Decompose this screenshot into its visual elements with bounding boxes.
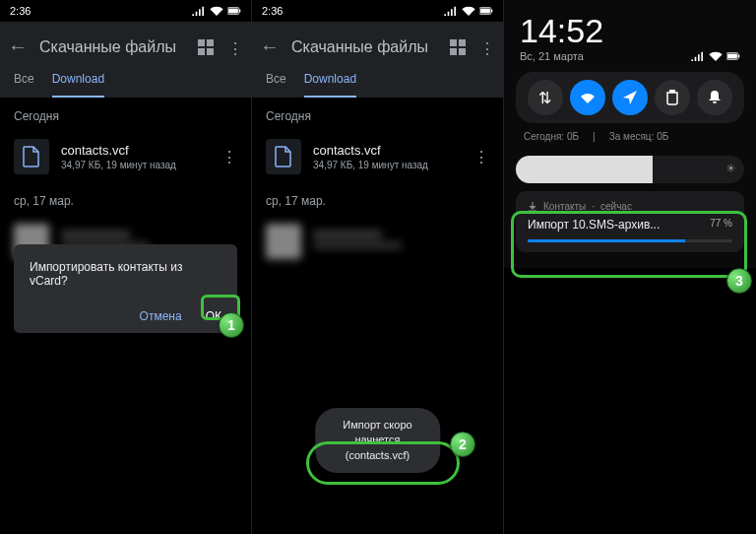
appbar-title: Скачанные файлы	[39, 38, 186, 56]
file-name: contacts.vcf	[313, 143, 462, 158]
tab-download[interactable]: Download	[304, 72, 356, 98]
svg-rect-6	[207, 48, 214, 55]
svg-rect-8	[480, 9, 490, 14]
wifi-icon	[210, 6, 223, 16]
badge-3: 3	[726, 268, 752, 294]
shade-date: Вс, 21 марта	[520, 50, 584, 62]
svg-rect-12	[450, 48, 457, 55]
file-row[interactable]: contacts.vcf 34,97 КБ, 19 минут назад ⋮	[0, 131, 251, 182]
wifi-icon	[462, 6, 475, 16]
section-today: Сегодня	[0, 98, 251, 131]
usage-today: Сегодня: 0Б	[524, 131, 579, 142]
qs-location-icon[interactable]	[612, 80, 648, 115]
wifi-icon	[709, 51, 723, 61]
import-dialog: Импортировать контакты из vCard? Отмена …	[14, 244, 237, 333]
dialog-title: Импортировать контакты из vCard?	[30, 260, 221, 288]
file-meta: 34,97 КБ, 19 минут назад	[61, 160, 210, 170]
more-icon[interactable]: ⋮	[479, 39, 495, 55]
more-icon[interactable]: ⋮	[227, 39, 243, 55]
brightness-slider[interactable]: ☀	[516, 156, 744, 183]
signal-icon	[444, 6, 458, 16]
section-older: ср, 17 мар.	[0, 182, 251, 216]
notif-app: Контакты	[543, 201, 586, 212]
file-row[interactable]: contacts.vcf 34,97 КБ, 19 минут назад ⋮	[252, 131, 503, 182]
file-icon	[266, 139, 301, 174]
svg-rect-4	[207, 39, 214, 46]
sun-icon: ☀	[725, 162, 736, 175]
qs-bell-icon[interactable]	[697, 80, 732, 115]
svg-rect-9	[491, 10, 492, 13]
notification-shade: 14:52 Вс, 21 марта ⇅ Сегодня: 0Б | За ме…	[504, 0, 756, 268]
status-bar: 2:36	[0, 0, 251, 22]
file-menu-icon[interactable]: ⋮	[473, 148, 489, 167]
battery-icon	[479, 6, 493, 16]
tab-all[interactable]: Все	[14, 72, 34, 98]
file-row-blurred	[252, 216, 503, 267]
qs-power-icon[interactable]	[655, 80, 690, 115]
toast-line2: (contacts.vcf)	[337, 448, 419, 463]
svg-rect-11	[459, 39, 466, 46]
quick-settings: ⇅	[516, 72, 744, 123]
grid-view-icon[interactable]	[198, 39, 214, 55]
signal-icon	[691, 51, 705, 61]
file-icon	[14, 139, 49, 174]
appbar-title: Скачанные файлы	[291, 38, 438, 56]
file-menu-icon[interactable]: ⋮	[221, 148, 237, 167]
qs-data-icon[interactable]: ⇅	[528, 80, 563, 115]
cancel-button[interactable]: Отмена	[140, 309, 182, 323]
notif-when: сейчас	[600, 201, 632, 212]
file-name: contacts.vcf	[61, 143, 210, 158]
signal-icon	[192, 6, 206, 16]
svg-rect-2	[239, 10, 240, 13]
svg-rect-10	[450, 39, 457, 46]
svg-rect-16	[738, 55, 739, 58]
download-icon	[528, 202, 537, 212]
section-older: ср, 17 мар.	[252, 182, 503, 216]
notif-percent: 77 %	[710, 218, 732, 229]
svg-rect-15	[727, 54, 737, 59]
svg-rect-5	[198, 48, 205, 55]
tab-download[interactable]: Download	[52, 72, 104, 98]
toast: Импорт скоро начнется (contacts.vcf)	[315, 408, 441, 473]
app-bar: ← Скачанные файлы ⋮ Все Download	[252, 22, 503, 98]
status-time: 2:36	[10, 5, 31, 17]
svg-rect-3	[198, 39, 205, 46]
usage-month: За месяц: 0Б	[609, 131, 669, 142]
qs-wifi-icon[interactable]	[570, 80, 605, 115]
back-icon[interactable]: ←	[260, 35, 280, 58]
shade-clock: 14:52	[512, 8, 748, 50]
import-notification[interactable]: Контакты · сейчас 77 % Импорт 10.SMS-арх…	[516, 191, 744, 252]
toast-line1: Импорт скоро начнется	[337, 418, 419, 448]
app-bar: ← Скачанные файлы ⋮ Все Download	[0, 22, 251, 98]
battery-icon	[227, 6, 241, 16]
file-meta: 34,97 КБ, 19 минут назад	[313, 160, 462, 170]
badge-2: 2	[450, 432, 475, 457]
back-icon[interactable]: ←	[8, 35, 28, 58]
svg-rect-13	[459, 48, 466, 55]
status-bar: 2:36	[252, 0, 503, 22]
grid-view-icon[interactable]	[450, 39, 466, 55]
svg-rect-1	[228, 9, 238, 14]
section-today: Сегодня	[252, 98, 503, 131]
notif-title: Импорт 10.SMS-архив...	[528, 218, 732, 232]
tab-all[interactable]: Все	[266, 72, 286, 98]
battery-icon	[726, 51, 740, 61]
status-time: 2:36	[262, 5, 283, 17]
progress-bar	[528, 239, 732, 242]
badge-1: 1	[219, 312, 244, 338]
